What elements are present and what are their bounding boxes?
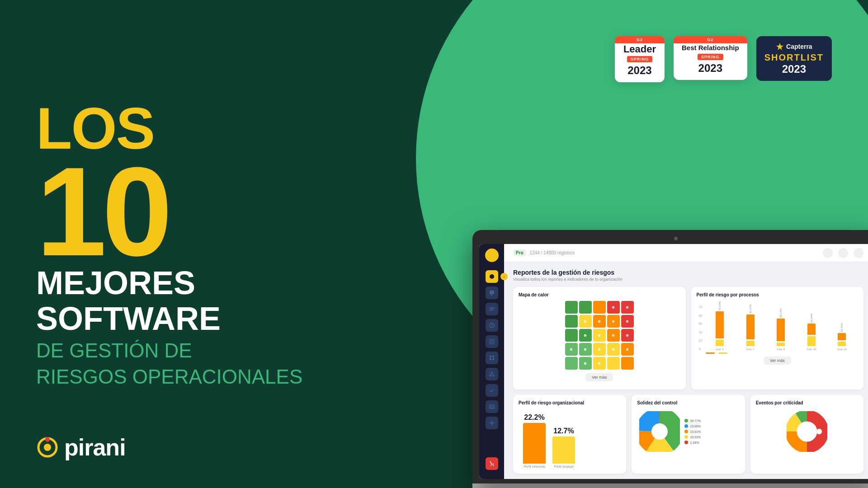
solidez-content: 39.77% 23.86% (637, 409, 739, 454)
perfil-procesos-ver-mas[interactable]: Ver más (764, 357, 791, 365)
laptop-screen: › (479, 244, 868, 479)
sidebar-item-3[interactable] (486, 319, 498, 332)
sidebar-item-1[interactable] (486, 286, 498, 299)
hm-cell-18: ⊗ (593, 343, 606, 356)
bar-cod7-pct1: 40.57% (749, 303, 752, 314)
sidebar-item-7[interactable] (486, 384, 498, 397)
bar-cod5-pct1: 42.64% (718, 297, 721, 310)
bar-cod16-pct1: 10.41% (840, 323, 843, 332)
org-bar-inherente-bar (523, 423, 546, 464)
sidebar-icon-settings (489, 420, 495, 426)
sidebar-icon-warning (489, 371, 495, 377)
badge-g2-header: G2 (615, 36, 665, 43)
sidebar-icon-image (489, 404, 495, 409)
chart-perfil-procesos: Perfil de riesgo por procesos 70 60 50 4… (691, 287, 864, 389)
badge-g2-header2: G2 (674, 36, 747, 43)
charts-grid-row2: Perfil de riesgo organizacional 22.2% Pe… (513, 395, 863, 474)
hm-cell-12: ⊗ (579, 329, 592, 342)
badge-leader-spring: SPRING (627, 56, 653, 62)
svg-rect-14 (491, 341, 493, 341)
svg-rect-18 (490, 358, 491, 360)
hm-cell-14: ⊗ (607, 329, 620, 342)
org-bar-inherente: 22.2% Perfil inherente (523, 413, 546, 468)
eventos-content (756, 409, 858, 454)
bar-cod8: 39.14% Cod. 8 (767, 309, 795, 351)
svg-rect-8 (490, 309, 494, 310)
app-header: Pro 1244 / 14800 registros (504, 244, 868, 262)
bar-cod10-bar1 (807, 324, 816, 335)
hm-cell-4: ⊗ (607, 301, 620, 314)
bar-cod7: 40.57% Cod. 7 (736, 303, 764, 351)
svg-point-4 (490, 274, 494, 279)
org-bar-residual: 12.7% Perfil residual (552, 427, 575, 468)
heatmap-ver-mas[interactable]: Ver más (585, 373, 613, 381)
org-percent-residual: 12.7% (553, 427, 574, 435)
bar-cod10-bar2 (807, 336, 816, 346)
svg-rect-17 (492, 356, 494, 357)
solidez-title: Solidez del control (637, 400, 739, 405)
header-icon-settings[interactable] (854, 248, 863, 258)
chart-heatmap: Mapa de calor ⊗ ⊗ (513, 287, 686, 389)
sidebar-item-8[interactable] (486, 400, 498, 413)
hm-cell-6 (565, 315, 578, 328)
capterra-text: Capterra (786, 43, 812, 50)
header-icon-bell[interactable] (838, 248, 848, 258)
legend-green-val: 39.77% (690, 419, 701, 422)
badges-container: G2 Leader SPRING 2023 G2 Best Relationsh… (615, 36, 832, 82)
sidebar-item-4[interactable] (486, 335, 498, 348)
sidebar-item-5[interactable] (486, 352, 498, 364)
bar-cod8-bar1 (777, 319, 785, 341)
laptop-base (472, 483, 868, 488)
sidebar-item-9[interactable] (486, 417, 498, 429)
svg-rect-21 (491, 373, 492, 375)
header-icon-user[interactable] (823, 248, 833, 258)
hm-cell-11 (565, 329, 578, 342)
sidebar-icon-check (489, 388, 495, 393)
chart-solidez: Solidez del control (632, 395, 745, 474)
svg-rect-7 (490, 307, 494, 308)
left-content: LOS 10 MEJORES SOFTWARE DE GESTIÓN DE RI… (0, 0, 339, 488)
svg-line-12 (492, 325, 493, 326)
sidebar-item-active[interactable] (486, 270, 498, 283)
sidebar-item-2[interactable] (486, 303, 498, 315)
svg-point-1 (44, 444, 51, 451)
laptop-container: › (439, 230, 868, 488)
svg-rect-15 (491, 342, 493, 342)
hm-cell-10: ⊗ (621, 315, 634, 328)
legend-blue-val: 23.86% (690, 425, 701, 428)
solidez-pie-chart (639, 411, 680, 452)
y-axis: 70 60 50 40 20 0 (699, 305, 704, 351)
perfil-org-title: Perfil de riesgo organizacional (519, 400, 621, 405)
logo-text: pirani (64, 434, 126, 461)
hm-cell-21 (565, 357, 578, 370)
sidebar-item-6[interactable] (486, 368, 498, 380)
org-percent-inherente: 22.2% (524, 413, 544, 422)
y-40: 40 (699, 331, 703, 334)
pro-badge: Pro (513, 249, 526, 256)
chart-perfil-org: Perfil de riesgo organizacional 22.2% Pe… (513, 395, 626, 474)
hm-cell-16: ⊗ (565, 343, 578, 356)
bar-cod16-bar2 (838, 342, 846, 346)
y-50: 50 (699, 322, 703, 325)
svg-rect-9 (490, 310, 493, 311)
legend-red-val: 1.14% (690, 441, 699, 444)
heatmap-grid: ⊗ ⊗ ⊗ ⊗ ⊗ ⊗ (565, 301, 634, 370)
sidebar-icon-chat (489, 290, 495, 296)
bar-cod7-bar1 (746, 314, 755, 339)
app-content: Reportes de la gestión de riesgos Visual… (504, 262, 868, 479)
heatmap-title: Mapa de calor (519, 292, 680, 297)
legend-yellow-dot (684, 435, 688, 439)
svg-point-30 (490, 465, 491, 466)
hm-cell-9: ⊗ (607, 315, 620, 328)
badge-capterra-year: 2023 (764, 63, 824, 75)
laptop-camera (674, 237, 678, 240)
svg-rect-19 (492, 358, 494, 360)
eventos-title: Eventos por criticidad (756, 400, 858, 405)
bar-cod8-bar2 (777, 343, 785, 346)
svg-point-22 (491, 375, 492, 375)
bar-cod8-label: Cod. 8 (777, 348, 785, 351)
badge-relationship-year: 2023 (682, 62, 739, 75)
hm-cell-22: ⊗ (579, 357, 592, 370)
sidebar-item-bottom[interactable] (486, 457, 498, 470)
legend-blue: 23.86% (684, 424, 701, 428)
